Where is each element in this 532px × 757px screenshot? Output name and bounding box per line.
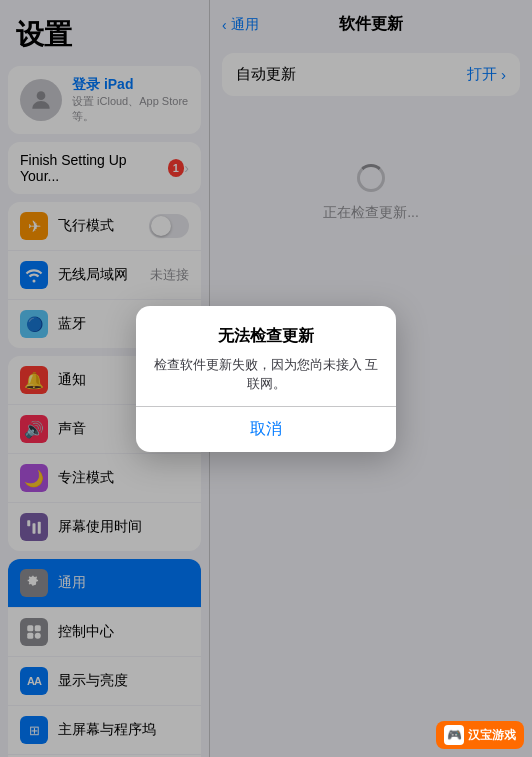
watermark: 🎮 汉宝游戏 <box>436 721 524 749</box>
dialog-message: 检查软件更新失败，因为您尚未接入 互联网。 <box>152 355 380 394</box>
dialog-content: 无法检查更新 检查软件更新失败，因为您尚未接入 互联网。 <box>136 306 396 406</box>
dialog-overlay: 无法检查更新 检查软件更新失败，因为您尚未接入 互联网。 取消 <box>0 0 532 757</box>
dialog-cancel-button[interactable]: 取消 <box>136 407 396 452</box>
dialog-title: 无法检查更新 <box>152 326 380 347</box>
dialog: 无法检查更新 检查软件更新失败，因为您尚未接入 互联网。 取消 <box>136 306 396 452</box>
watermark-icon: 🎮 <box>444 725 464 745</box>
watermark-text: 汉宝游戏 <box>468 727 516 744</box>
